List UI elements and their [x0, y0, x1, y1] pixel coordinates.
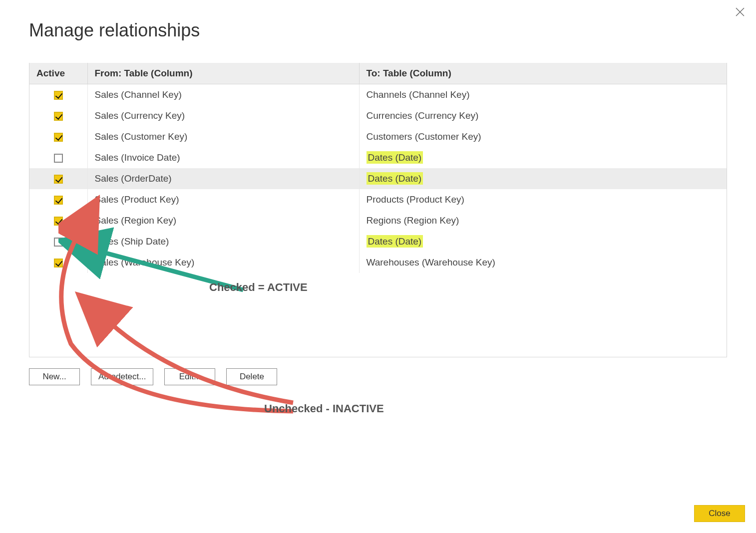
col-header-active[interactable]: Active — [29, 63, 87, 84]
from-cell: Sales (Currency Key) — [87, 105, 359, 126]
active-checkbox[interactable] — [54, 133, 63, 142]
table-row[interactable]: Sales (Ship Date)Dates (Date) — [29, 231, 727, 252]
active-checkbox[interactable] — [54, 196, 63, 205]
from-cell: Sales (Product Key) — [87, 189, 359, 210]
to-cell: Warehouses (Warehouse Key) — [359, 252, 727, 273]
to-cell: Customers (Customer Key) — [359, 126, 727, 147]
table-row[interactable]: Sales (Warehouse Key)Warehouses (Warehou… — [29, 252, 727, 273]
active-checkbox[interactable] — [54, 259, 63, 267]
from-cell: Sales (Region Key) — [87, 210, 359, 231]
to-cell: Currencies (Currency Key) — [359, 105, 727, 126]
active-checkbox[interactable] — [54, 154, 63, 163]
table-row[interactable]: Sales (Currency Key)Currencies (Currency… — [29, 105, 727, 126]
active-checkbox[interactable] — [54, 238, 63, 247]
close-button[interactable]: Close — [694, 505, 745, 522]
relationships-table-container: Active From: Table (Column) To: Table (C… — [29, 63, 727, 357]
active-checkbox[interactable] — [54, 175, 63, 184]
edit-button[interactable]: Edit... — [164, 368, 215, 385]
table-empty-area — [29, 273, 727, 357]
from-cell: Sales (Ship Date) — [87, 231, 359, 252]
to-cell: Dates (Date) — [359, 147, 727, 168]
from-cell: Sales (Invoice Date) — [87, 147, 359, 168]
from-cell: Sales (Customer Key) — [87, 126, 359, 147]
to-cell: Channels (Channel Key) — [359, 84, 727, 106]
active-checkbox[interactable] — [54, 91, 63, 100]
from-cell: Sales (OrderDate) — [87, 168, 359, 189]
to-cell: Dates (Date) — [359, 168, 727, 189]
to-cell: Dates (Date) — [359, 231, 727, 252]
table-row[interactable]: Sales (Invoice Date)Dates (Date) — [29, 147, 727, 168]
manage-relationships-dialog: Manage relationships Active From: Table … — [0, 0, 756, 533]
table-row[interactable]: Sales (Region Key)Regions (Region Key) — [29, 210, 727, 231]
active-checkbox[interactable] — [54, 112, 63, 121]
table-row[interactable]: Sales (Customer Key)Customers (Customer … — [29, 126, 727, 147]
annotation-unchecked-label: Unchecked - INACTIVE — [264, 402, 384, 415]
close-icon[interactable] — [735, 7, 745, 17]
active-checkbox[interactable] — [54, 217, 63, 226]
col-header-to[interactable]: To: Table (Column) — [359, 63, 727, 84]
new-button[interactable]: New... — [29, 368, 80, 385]
table-row[interactable]: Sales (OrderDate)Dates (Date) — [29, 168, 727, 189]
from-cell: Sales (Channel Key) — [87, 84, 359, 106]
relationships-table: Active From: Table (Column) To: Table (C… — [29, 63, 727, 273]
autodetect-button[interactable]: Autodetect... — [91, 368, 153, 385]
col-header-from[interactable]: From: Table (Column) — [87, 63, 359, 84]
table-row[interactable]: Sales (Product Key)Products (Product Key… — [29, 189, 727, 210]
to-cell: Regions (Region Key) — [359, 210, 727, 231]
table-row[interactable]: Sales (Channel Key)Channels (Channel Key… — [29, 84, 727, 106]
dialog-title: Manage relationships — [0, 0, 756, 41]
delete-button[interactable]: Delete — [226, 368, 277, 385]
from-cell: Sales (Warehouse Key) — [87, 252, 359, 273]
to-cell: Products (Product Key) — [359, 189, 727, 210]
